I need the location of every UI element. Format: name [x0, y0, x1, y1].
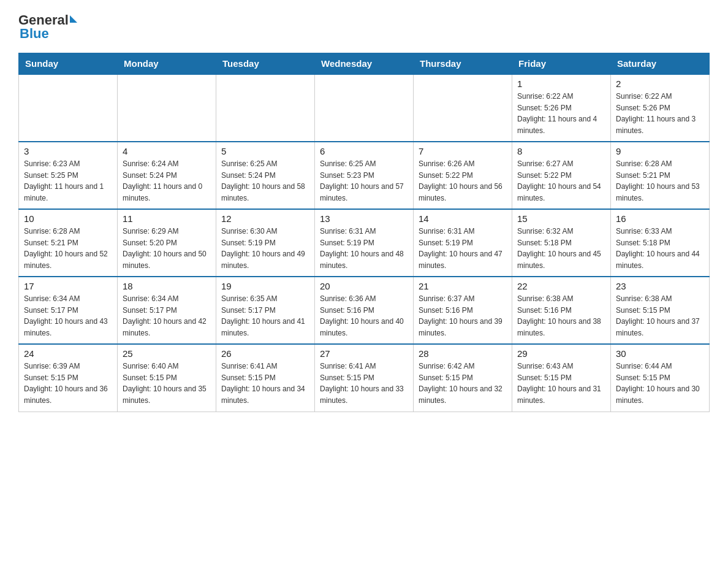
day-info: Sunrise: 6:41 AM Sunset: 5:15 PM Dayligh… [320, 361, 408, 406]
calendar-week-2: 3Sunrise: 6:23 AM Sunset: 5:25 PM Daylig… [19, 142, 710, 209]
day-number: 5 [221, 146, 309, 156]
day-number: 9 [616, 146, 704, 156]
calendar-cell: 20Sunrise: 6:36 AM Sunset: 5:16 PM Dayli… [315, 277, 414, 344]
day-info: Sunrise: 6:28 AM Sunset: 5:21 PM Dayligh… [24, 226, 112, 271]
day-info: Sunrise: 6:31 AM Sunset: 5:19 PM Dayligh… [320, 226, 408, 271]
calendar-cell: 26Sunrise: 6:41 AM Sunset: 5:15 PM Dayli… [216, 344, 315, 412]
calendar-header-row: SundayMondayTuesdayWednesdayThursdayFrid… [19, 53, 710, 75]
day-info: Sunrise: 6:38 AM Sunset: 5:15 PM Dayligh… [616, 293, 704, 339]
day-info: Sunrise: 6:24 AM Sunset: 5:24 PM Dayligh… [123, 158, 211, 204]
day-number: 30 [616, 348, 704, 359]
calendar-cell: 6Sunrise: 6:25 AM Sunset: 5:23 PM Daylig… [315, 142, 414, 209]
column-header-wednesday: Wednesday [315, 53, 414, 75]
calendar-cell: 22Sunrise: 6:38 AM Sunset: 5:16 PM Dayli… [512, 277, 611, 344]
day-info: Sunrise: 6:22 AM Sunset: 5:26 PM Dayligh… [517, 91, 605, 136]
day-number: 26 [221, 348, 309, 359]
calendar-cell: 9Sunrise: 6:28 AM Sunset: 5:21 PM Daylig… [611, 142, 710, 209]
calendar-cell: 15Sunrise: 6:32 AM Sunset: 5:18 PM Dayli… [512, 209, 611, 277]
day-info: Sunrise: 6:43 AM Sunset: 5:15 PM Dayligh… [517, 361, 605, 406]
day-number: 18 [123, 281, 211, 291]
column-header-tuesday: Tuesday [216, 53, 315, 75]
day-info: Sunrise: 6:28 AM Sunset: 5:21 PM Dayligh… [616, 158, 704, 204]
day-number: 25 [123, 348, 211, 359]
calendar-week-3: 10Sunrise: 6:28 AM Sunset: 5:21 PM Dayli… [19, 209, 710, 277]
day-number: 17 [24, 281, 112, 291]
day-info: Sunrise: 6:41 AM Sunset: 5:15 PM Dayligh… [221, 361, 309, 406]
calendar-cell: 18Sunrise: 6:34 AM Sunset: 5:17 PM Dayli… [118, 277, 216, 344]
calendar-cell: 10Sunrise: 6:28 AM Sunset: 5:21 PM Dayli… [19, 209, 118, 277]
day-number: 4 [123, 146, 211, 156]
calendar-cell: 25Sunrise: 6:40 AM Sunset: 5:15 PM Dayli… [118, 344, 216, 412]
column-header-sunday: Sunday [19, 53, 118, 75]
calendar-cell: 2Sunrise: 6:22 AM Sunset: 5:26 PM Daylig… [611, 74, 710, 142]
calendar-cell: 11Sunrise: 6:29 AM Sunset: 5:20 PM Dayli… [118, 209, 216, 277]
calendar-cell: 3Sunrise: 6:23 AM Sunset: 5:25 PM Daylig… [19, 142, 118, 209]
calendar-week-5: 24Sunrise: 6:39 AM Sunset: 5:15 PM Dayli… [19, 344, 710, 412]
column-header-monday: Monday [118, 53, 216, 75]
day-info: Sunrise: 6:29 AM Sunset: 5:20 PM Dayligh… [123, 226, 211, 271]
day-number: 7 [419, 146, 507, 156]
calendar-cell: 16Sunrise: 6:33 AM Sunset: 5:18 PM Dayli… [611, 209, 710, 277]
calendar-week-4: 17Sunrise: 6:34 AM Sunset: 5:17 PM Dayli… [19, 277, 710, 344]
calendar-cell [216, 74, 315, 142]
calendar-cell: 24Sunrise: 6:39 AM Sunset: 5:15 PM Dayli… [19, 344, 118, 412]
day-info: Sunrise: 6:34 AM Sunset: 5:17 PM Dayligh… [24, 293, 112, 339]
calendar-cell [19, 74, 118, 142]
day-number: 3 [24, 146, 112, 156]
calendar-cell: 28Sunrise: 6:42 AM Sunset: 5:15 PM Dayli… [414, 344, 512, 412]
day-info: Sunrise: 6:27 AM Sunset: 5:22 PM Dayligh… [517, 158, 605, 204]
calendar-cell: 12Sunrise: 6:30 AM Sunset: 5:19 PM Dayli… [216, 209, 315, 277]
day-number: 12 [221, 213, 309, 224]
day-info: Sunrise: 6:37 AM Sunset: 5:16 PM Dayligh… [419, 293, 507, 339]
day-info: Sunrise: 6:23 AM Sunset: 5:25 PM Dayligh… [24, 158, 112, 204]
day-number: 29 [517, 348, 605, 359]
calendar-cell: 13Sunrise: 6:31 AM Sunset: 5:19 PM Dayli… [315, 209, 414, 277]
day-number: 28 [419, 348, 507, 359]
logo-blue: Blue [18, 26, 49, 42]
day-number: 22 [517, 281, 605, 291]
calendar-cell: 29Sunrise: 6:43 AM Sunset: 5:15 PM Dayli… [512, 344, 611, 412]
day-number: 11 [123, 213, 211, 224]
day-info: Sunrise: 6:25 AM Sunset: 5:24 PM Dayligh… [221, 158, 309, 204]
day-number: 1 [517, 79, 605, 89]
column-header-friday: Friday [512, 53, 611, 75]
day-number: 16 [616, 213, 704, 224]
day-info: Sunrise: 6:36 AM Sunset: 5:16 PM Dayligh… [320, 293, 408, 339]
calendar-cell: 4Sunrise: 6:24 AM Sunset: 5:24 PM Daylig… [118, 142, 216, 209]
day-info: Sunrise: 6:34 AM Sunset: 5:17 PM Dayligh… [123, 293, 211, 339]
page-header: General Blue [18, 12, 710, 42]
day-number: 14 [419, 213, 507, 224]
calendar-cell: 17Sunrise: 6:34 AM Sunset: 5:17 PM Dayli… [19, 277, 118, 344]
day-info: Sunrise: 6:30 AM Sunset: 5:19 PM Dayligh… [221, 226, 309, 271]
day-info: Sunrise: 6:40 AM Sunset: 5:15 PM Dayligh… [123, 361, 211, 406]
calendar-cell: 23Sunrise: 6:38 AM Sunset: 5:15 PM Dayli… [611, 277, 710, 344]
day-number: 27 [320, 348, 408, 359]
calendar-week-1: 1Sunrise: 6:22 AM Sunset: 5:26 PM Daylig… [19, 74, 710, 142]
calendar-cell: 19Sunrise: 6:35 AM Sunset: 5:17 PM Dayli… [216, 277, 315, 344]
calendar-cell: 14Sunrise: 6:31 AM Sunset: 5:19 PM Dayli… [414, 209, 512, 277]
logo: General Blue [18, 12, 77, 42]
day-info: Sunrise: 6:25 AM Sunset: 5:23 PM Dayligh… [320, 158, 408, 204]
day-number: 15 [517, 213, 605, 224]
calendar-cell [315, 74, 414, 142]
day-info: Sunrise: 6:44 AM Sunset: 5:15 PM Dayligh… [616, 361, 704, 406]
day-number: 24 [24, 348, 112, 359]
day-info: Sunrise: 6:26 AM Sunset: 5:22 PM Dayligh… [419, 158, 507, 204]
column-header-thursday: Thursday [414, 53, 512, 75]
day-info: Sunrise: 6:32 AM Sunset: 5:18 PM Dayligh… [517, 226, 605, 271]
day-number: 20 [320, 281, 408, 291]
day-info: Sunrise: 6:38 AM Sunset: 5:16 PM Dayligh… [517, 293, 605, 339]
day-number: 10 [24, 213, 112, 224]
calendar-cell: 27Sunrise: 6:41 AM Sunset: 5:15 PM Dayli… [315, 344, 414, 412]
day-number: 19 [221, 281, 309, 291]
day-info: Sunrise: 6:31 AM Sunset: 5:19 PM Dayligh… [419, 226, 507, 271]
calendar-cell: 5Sunrise: 6:25 AM Sunset: 5:24 PM Daylig… [216, 142, 315, 209]
day-info: Sunrise: 6:22 AM Sunset: 5:26 PM Dayligh… [616, 91, 704, 136]
day-number: 13 [320, 213, 408, 224]
day-number: 23 [616, 281, 704, 291]
calendar-cell: 7Sunrise: 6:26 AM Sunset: 5:22 PM Daylig… [414, 142, 512, 209]
calendar-cell [118, 74, 216, 142]
day-number: 6 [320, 146, 408, 156]
logo-arrow-icon [70, 15, 77, 23]
calendar-table: SundayMondayTuesdayWednesdayThursdayFrid… [18, 53, 710, 412]
